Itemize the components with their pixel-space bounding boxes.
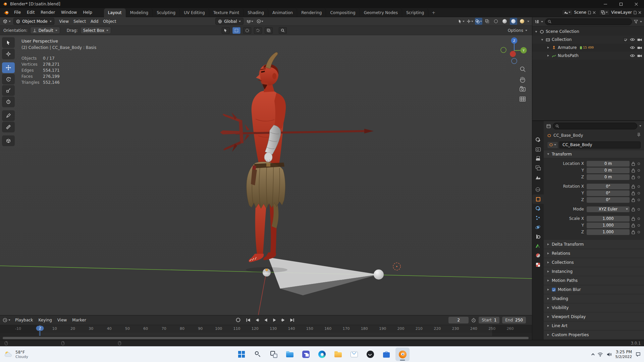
animate-decorator-dot[interactable] [638, 163, 640, 165]
workspace-tab[interactable]: UV Editing [180, 8, 209, 17]
properties-tab-object[interactable] [532, 194, 544, 204]
taskbar-app-task-view[interactable] [267, 348, 281, 361]
value-field[interactable]: 0 m [587, 161, 630, 167]
blender-logo-icon[interactable] [3, 10, 9, 15]
viewlayer-selector[interactable]: ViewLayer [599, 9, 641, 15]
menubar-menu[interactable]: Render [38, 8, 58, 17]
properties-tab-modifiers[interactable] [532, 204, 544, 213]
orientation-dropdown[interactable]: Default [30, 27, 60, 34]
select-circle-button[interactable] [243, 27, 251, 34]
animate-decorator-dot[interactable] [638, 218, 640, 220]
menubar-menu[interactable]: Help [80, 8, 95, 17]
hidden-icons-chevron[interactable] [591, 353, 595, 356]
play-reverse-button[interactable] [262, 316, 270, 323]
properties-section[interactable]: Custom Properties [544, 330, 644, 340]
next-keyframe-button[interactable] [279, 316, 287, 323]
timeline-menu[interactable]: Marker [69, 318, 89, 322]
prev-keyframe-button[interactable] [253, 316, 261, 323]
properties-section[interactable]: Motion Paths [544, 276, 644, 285]
properties-section[interactable]: Shading [544, 294, 644, 303]
xray-toggle[interactable] [484, 18, 491, 25]
viewport-menu[interactable]: Add [88, 19, 101, 24]
disclosure-icon[interactable] [534, 31, 538, 33]
scale-tool[interactable] [2, 85, 15, 96]
pin-icon[interactable] [637, 133, 641, 137]
outliner-row[interactable]: Collection [532, 36, 644, 44]
properties-tab-material[interactable] [532, 251, 544, 260]
properties-tab-output[interactable] [532, 154, 544, 163]
properties-section[interactable]: Delta Transform [544, 240, 644, 249]
taskbar-app-explorer[interactable] [283, 348, 297, 361]
outliner-editor-icon[interactable] [534, 20, 539, 24]
value-field[interactable]: 1.000 [587, 223, 630, 228]
properties-section[interactable]: Line Art [544, 321, 644, 330]
lock-icon[interactable] [632, 175, 635, 179]
shading-wireframe-button[interactable] [492, 18, 500, 25]
taskbar-app-files[interactable] [331, 348, 345, 361]
add-cube-tool[interactable] [2, 135, 15, 146]
value-field[interactable]: 1.000 [587, 216, 630, 222]
properties-options-icon[interactable] [639, 125, 641, 127]
properties-tab-data[interactable] [532, 241, 544, 251]
animate-decorator-dot[interactable] [638, 208, 640, 210]
shading-rendered-button[interactable] [519, 18, 526, 25]
selectability-visibility-dropdown[interactable] [458, 18, 465, 25]
animate-decorator-dot[interactable] [638, 231, 640, 233]
timeline-ruler[interactable]: -101020304050607080901001101201301401501… [0, 325, 532, 333]
add-workspace-button[interactable]: + [428, 10, 439, 15]
properties-tab-texture[interactable] [532, 260, 544, 269]
properties-search-input[interactable] [553, 123, 637, 129]
drag-mode-dropdown[interactable]: Select Box [80, 27, 111, 34]
proportional-editing-toggle[interactable] [256, 18, 264, 25]
cursor-tool[interactable] [2, 49, 15, 59]
timeline-scrollbar[interactable] [0, 336, 532, 340]
workspace-tab[interactable]: Modeling [126, 8, 153, 17]
taskbar-app-store[interactable] [379, 348, 393, 361]
transform-section-header[interactable]: Transform [544, 150, 644, 158]
animate-decorator-dot[interactable] [638, 224, 640, 227]
workspace-tab[interactable]: Geometry Nodes [360, 8, 402, 17]
section-checkbox[interactable] [552, 288, 556, 292]
scrollbar-thumb[interactable] [3, 337, 529, 339]
properties-section[interactable]: Viewport Display [544, 312, 644, 321]
notification-icon[interactable] [636, 352, 641, 357]
properties-tab-world[interactable] [532, 185, 544, 194]
minimize-button[interactable] [598, 0, 613, 8]
disable-render-camera-icon[interactable] [637, 54, 642, 57]
start-frame-field[interactable]: Start 1 [479, 317, 499, 323]
taskbar-app-search[interactable] [251, 348, 265, 361]
select-lasso-button[interactable] [254, 27, 262, 34]
close-button[interactable] [629, 0, 644, 8]
zoom-region-button[interactable] [279, 27, 287, 34]
timeline-menu[interactable]: Keying [36, 318, 55, 322]
pan-hand-icon[interactable] [520, 77, 525, 82]
properties-section[interactable]: Collections [544, 258, 644, 267]
navigation-gizmo[interactable]: Z Y [501, 38, 527, 64]
play-button[interactable] [271, 316, 279, 323]
new-viewlayer-icon[interactable] [633, 11, 637, 14]
ortho-grid-icon[interactable] [520, 97, 525, 101]
outliner-search-input[interactable] [545, 18, 632, 25]
jump-to-end-button[interactable] [288, 316, 296, 323]
camera-view-icon[interactable] [520, 86, 525, 91]
snap-toggle[interactable] [246, 18, 254, 25]
hide-eye-icon[interactable] [630, 54, 635, 57]
workspace-tab[interactable]: Animation [268, 8, 297, 17]
stopwatch-icon[interactable] [471, 318, 476, 322]
workspace-tab[interactable]: Texture Paint [209, 8, 244, 17]
animate-decorator-dot[interactable] [638, 169, 640, 172]
exclude-checkbox[interactable] [624, 38, 628, 42]
value-field[interactable]: 1.000 [587, 229, 630, 235]
properties-tab-constraints[interactable] [532, 232, 544, 241]
overlays-dropdown[interactable] [475, 18, 482, 25]
taskbar-app-mail[interactable] [347, 348, 361, 361]
animate-decorator-dot[interactable] [638, 176, 640, 178]
measure-tool[interactable] [2, 122, 15, 132]
maximize-button[interactable] [613, 0, 629, 8]
taskbar-app-teams[interactable] [299, 348, 313, 361]
viewport-menu[interactable]: Object [101, 19, 118, 24]
weather-widget[interactable]: 58°F Cloudy [4, 347, 28, 362]
workspace-tab[interactable]: Layout [104, 8, 126, 17]
lock-icon[interactable] [632, 207, 635, 212]
timeline-menu[interactable]: Playback [12, 318, 36, 322]
